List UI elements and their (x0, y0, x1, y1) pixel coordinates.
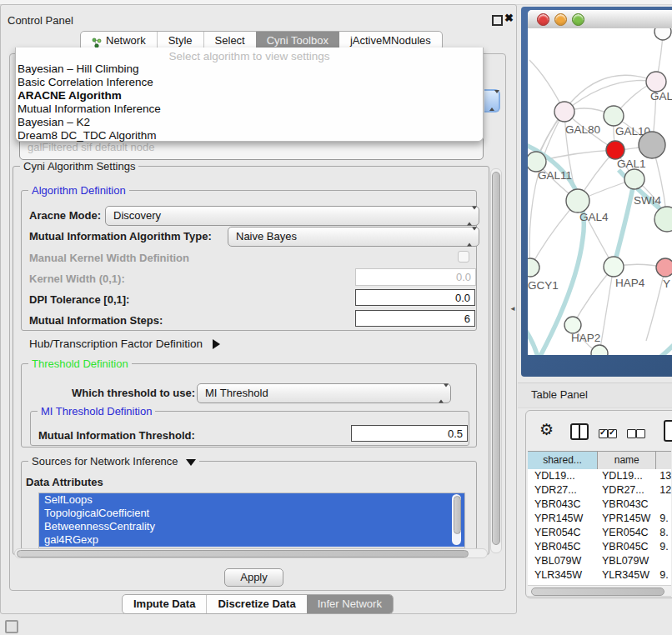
apply-button[interactable]: Apply (224, 568, 283, 587)
network-canvas[interactable]: GALGAL80GAL10GAL1GAL11SWI4GAL4HAP4YGCY1H… (528, 28, 672, 355)
data-attributes-list[interactable]: SelfLoops TopologicalCoefficient Between… (38, 492, 465, 548)
network-node-hap4[interactable] (604, 257, 624, 277)
minimize-traffic-light[interactable] (554, 13, 567, 26)
network-edge[interactable] (599, 353, 664, 355)
tab-infer-network[interactable]: Infer Network (307, 595, 393, 613)
list-item[interactable]: BetweennessCentrality (39, 520, 464, 533)
table-cell[interactable]: YPR145W (528, 512, 599, 526)
table-cell[interactable]: YBR043C (599, 498, 658, 512)
network-window-titlebar[interactable] (528, 10, 672, 29)
network-node-gal80[interactable] (554, 102, 574, 122)
dropdown-item[interactable]: Bayesian – K2 (16, 116, 483, 129)
table-cell[interactable]: YDL19... (599, 469, 658, 483)
gear-icon[interactable]: ⚙ (539, 422, 554, 438)
list-item[interactable]: TopologicalCoefficient (39, 507, 464, 520)
network-node[interactable] (654, 28, 671, 40)
manual-kernel-width-checkbox[interactable] (458, 251, 469, 262)
dropdown-item[interactable]: Dream8 DC_TDC Algorithm (16, 129, 483, 142)
dropdown-item[interactable]: Basic Correlation Inference (16, 76, 483, 89)
table-cell[interactable]: YLR345W (599, 568, 658, 582)
column-header-shared-name[interactable]: shared... (528, 452, 598, 469)
table-cell[interactable]: YBR045C (599, 540, 658, 554)
network-node-gal10[interactable] (604, 106, 624, 126)
table-cell[interactable]: 9. (658, 568, 671, 582)
network-node-swi4[interactable] (624, 169, 644, 189)
network-edge[interactable] (573, 267, 614, 325)
table-horizontal-scrollbar[interactable] (528, 585, 671, 597)
table-cell[interactable]: YDL19... (528, 469, 599, 483)
settings-vertical-scrollbar[interactable] (490, 168, 502, 553)
table-row[interactable]: YER054CYER054C8. (528, 526, 671, 540)
network-node-gal[interactable] (646, 72, 666, 92)
dpi-tolerance-field[interactable]: 0.0 (355, 289, 475, 306)
table-cell[interactable] (658, 554, 671, 568)
table-cell[interactable]: 8. (658, 526, 671, 540)
list-scrollbar-thumb[interactable] (454, 496, 461, 534)
sources-group-title[interactable]: Sources for Network Inference (28, 455, 199, 468)
network-node-gal1[interactable] (606, 141, 624, 159)
network-edge-highlighted[interactable] (528, 328, 540, 355)
list-item[interactable]: gal4RGexp (39, 533, 464, 547)
inference-algorithm-combobox-spinner[interactable] (484, 89, 500, 112)
panel-divider-arrow-icon[interactable]: ◄ (509, 305, 516, 312)
table-cell[interactable]: 9. (658, 540, 671, 554)
mi-algorithm-type-combobox[interactable]: Naive Bayes (228, 227, 479, 247)
function-builder-icon[interactable] (664, 420, 672, 442)
table-cell[interactable]: YER054C (599, 526, 658, 540)
collapsed-panel-icon[interactable] (5, 620, 18, 633)
table-cell[interactable]: YDR27... (599, 483, 658, 498)
table-row[interactable]: YBR045CYBR045C9. (528, 540, 671, 554)
table-cell[interactable]: YPR145W (599, 512, 658, 526)
network-edge[interactable] (536, 75, 656, 162)
network-edge[interactable] (599, 267, 614, 353)
network-edge[interactable] (529, 112, 564, 268)
table-cell[interactable]: 12 (658, 483, 671, 498)
table-row[interactable]: YPR145WYPR145W9. (528, 512, 671, 526)
mi-threshold-field[interactable]: 0.5 (351, 425, 468, 442)
table-cell[interactable]: YBR043C (528, 498, 599, 512)
network-node[interactable] (654, 207, 672, 232)
deselect-all-rows-icon[interactable] (627, 427, 645, 442)
table-cell[interactable]: YBL079W (599, 554, 658, 568)
which-threshold-combobox[interactable]: MI Threshold (197, 383, 451, 403)
aracne-mode-combobox[interactable]: Discovery (105, 206, 479, 226)
network-node-gal4[interactable] (566, 189, 589, 212)
column-header-partial[interactable] (656, 452, 671, 469)
kernel-width-field[interactable]: 0.0 (355, 268, 476, 286)
network-node[interactable] (591, 345, 608, 355)
list-vertical-scrollbar[interactable] (452, 494, 461, 545)
table-row[interactable]: YBL079WYBL079W (528, 554, 671, 568)
table-cell[interactable]: YBL079W (528, 554, 599, 568)
dropdown-item[interactable]: Mutual Information Inference (16, 102, 483, 116)
network-node-y[interactable] (656, 258, 672, 277)
table-cell[interactable]: YLR345W (528, 568, 599, 582)
network-edge[interactable] (530, 201, 578, 268)
network-node[interactable] (639, 132, 665, 158)
network-edge-highlighted[interactable] (614, 179, 634, 267)
network-node-hap2[interactable] (564, 317, 581, 333)
table-scrollbar-thumb[interactable] (531, 588, 664, 596)
dropdown-item[interactable]: Bayesian – Hill Climbing (16, 62, 483, 76)
settings-horizontal-scrollbar[interactable] (14, 548, 488, 558)
dropdown-item-selected[interactable]: ARACNE Algorithm (16, 89, 483, 102)
column-header-name[interactable]: name (598, 452, 656, 469)
table-row[interactable]: YBR043CYBR043C (528, 498, 671, 512)
h-scrollbar-thumb[interactable] (17, 550, 469, 558)
table-cell[interactable]: YER054C (528, 526, 599, 540)
list-item[interactable]: SelfLoops (39, 493, 464, 507)
table-row[interactable]: YDR27...YDR27...12 (528, 483, 671, 498)
table-cell[interactable]: YBR045C (528, 540, 599, 554)
mi-steps-field[interactable]: 6 (355, 310, 475, 327)
table-cell[interactable] (658, 498, 671, 512)
table-row[interactable]: YDL19...YDL19...13 (528, 469, 671, 483)
select-all-rows-icon[interactable] (599, 427, 617, 442)
tab-discretize-data[interactable]: Discretize Data (206, 595, 306, 613)
settings-scrollbar-thumb[interactable] (492, 172, 500, 545)
network-node-gcy1[interactable] (528, 258, 539, 277)
network-edge-highlighted[interactable] (610, 337, 672, 355)
float-window-icon[interactable] (492, 15, 503, 26)
table-cell[interactable]: 9. (658, 512, 671, 526)
table-cell[interactable]: 13 (658, 469, 671, 483)
table-cell[interactable]: YDR27... (528, 483, 599, 498)
zoom-traffic-light[interactable] (572, 13, 584, 26)
